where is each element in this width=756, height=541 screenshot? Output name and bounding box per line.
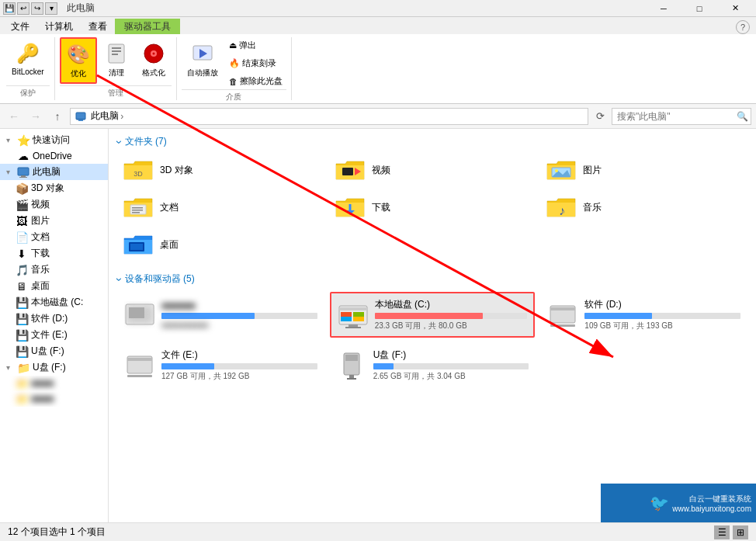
sidebar-item-file-e[interactable]: 💾 文件 (E:) [0,327,108,343]
sidebar-item-docs[interactable]: 📄 文档 [0,229,108,245]
sidebar-item-extra2[interactable]: 📁 ■■■■ [0,391,108,407]
folders-section-header[interactable]: 文件夹 (7) [118,135,747,148]
sidebar-label-thispc: 此电脑 [33,165,61,179]
devices-section-header[interactable]: 设备和驱动器 (5) [118,272,747,286]
drive-name-network: ■■■■■■ [161,300,317,311]
search-bar[interactable]: 🔍 [612,108,751,125]
bitlocker-button[interactable]: 🔑 BitLocker [6,37,50,80]
sidebar-item-3d[interactable]: 📦 3D 对象 [0,180,108,196]
sidebar-item-desktop[interactable]: 🖥 桌面 [0,278,108,294]
redo-icon[interactable]: ↪ [31,2,43,15]
ribbon-group-protect-label: 保护 [6,85,50,100]
folder-name-pictures: 图片 [583,164,602,177]
docs-icon: 📄 [16,231,28,244]
devices-section-title: 设备和驱动器 (5) [125,272,195,286]
address-bar[interactable]: 此电脑 › [70,108,588,125]
folder-item-music[interactable]: ♪ 音乐 [541,192,747,223]
drive-icon-network [124,301,155,329]
tab-file[interactable]: 文件 [3,19,37,34]
search-input[interactable] [617,111,733,122]
svg-rect-40 [353,317,364,321]
svg-rect-11 [77,119,85,120]
expand-icon-thispc: ▾ [6,168,14,176]
sidebar-label-downloads: 下载 [31,247,50,260]
drive-info-local-c: 本地磁盘 (C:) 23.3 GB 可用，共 80.0 GB [375,298,528,331]
tab-drive-tools[interactable]: 驱动器工具 [115,19,180,34]
search-icon: 🔍 [737,111,748,122]
drive-info-network: ■■■■■■ ■■■■■■■■■■ [161,300,317,329]
svg-rect-12 [18,168,29,175]
folder-f-icon: 📁 [17,362,29,374]
drive-name-local-c: 本地磁盘 (C:) [375,298,528,311]
eject-button[interactable]: ⏏ 弹出 [225,37,286,54]
sidebar-item-local-c[interactable]: 💾 本地磁盘 (C: [0,294,108,310]
tab-computer[interactable]: 计算机 [37,19,81,34]
format-button[interactable]: 格式化 [136,37,172,82]
svg-rect-9 [76,113,85,120]
minimize-button[interactable]: ─ [646,0,681,17]
sidebar-item-extra1[interactable]: 📁 ■■■■ [0,376,108,391]
folder-item-video[interactable]: 视频 [330,154,536,186]
help-button[interactable]: ? [736,20,750,34]
maximize-button[interactable]: □ [681,0,717,17]
video-icon: 🎬 [16,199,28,211]
optimize-button[interactable]: 🎨 优化 [60,37,97,84]
drive-bar-fill-network [161,313,255,319]
drive-item-file-e[interactable]: 文件 (E:) 127 GB 可用，共 192 GB [118,344,324,387]
folder-item-3d[interactable]: 3D 3D 对象 [118,154,324,186]
undo-icon[interactable]: ↩ [17,2,29,15]
status-bar: 12 个项目 选中 1 个项目 ☰ ⊞ [0,522,756,541]
sidebar-item-video[interactable]: 🎬 视频 [0,196,108,213]
up-button[interactable]: ↑ [48,107,67,126]
ribbon-group-manage: 🎨 优化 清理 [55,37,177,100]
computer-icon [17,166,29,179]
format-label: 格式化 [142,68,165,78]
sidebar-item-downloads[interactable]: ⬇ 下载 [0,245,108,262]
dropdown-icon[interactable]: ▾ [45,2,57,15]
sidebar-label-onedrive: OneDrive [33,151,72,161]
erase-disc-button[interactable]: 🗑 擦除此光盘 [225,73,286,89]
downloads-icon: ⬇ [16,248,28,260]
eject-icon: ⏏ [229,40,237,50]
autoplay-button[interactable]: 自动播放 [182,37,224,82]
drive-item-soft-d[interactable]: 软件 (D:) 109 GB 可用，共 193 GB [541,292,747,338]
folder-item-downloads[interactable]: 下载 [330,192,536,223]
sidebar-item-music[interactable]: 🎵 音乐 [0,262,108,278]
sidebar-item-onedrive[interactable]: ☁ OneDrive [0,148,108,164]
finish-burn-button[interactable]: 🔥 结束刻录 [225,55,286,71]
drive-item-usb-f[interactable]: U盘 (F:) 2.65 GB 可用，共 3.04 GB [330,344,536,387]
sidebar-item-usb-f[interactable]: 💾 U盘 (F:) [0,343,108,359]
drive-f-icon: 💾 [16,345,28,358]
forward-button[interactable]: → [26,107,45,126]
close-button[interactable]: ✕ [717,0,753,17]
sidebar-item-usb-f2[interactable]: ▾ 📁 U盘 (F:) [0,359,108,376]
cleanup-button[interactable]: 清理 [99,37,134,82]
tab-view[interactable]: 查看 [81,19,115,34]
sidebar-item-quick-access[interactable]: ▾ ⭐ 快速访问 [0,132,108,148]
quick-save-icon[interactable]: 💾 [3,2,16,15]
back-button[interactable]: ← [5,107,23,126]
folders-section-title: 文件夹 (7) [125,135,167,148]
folder-item-pictures[interactable]: 图片 [541,154,747,186]
folder-item-docs[interactable]: 文档 [118,192,324,223]
title-bar-left: 💾 ↩ ↪ ▾ 此电脑 [3,2,95,15]
address-thispc: 此电脑 [75,109,119,123]
sidebar-item-thispc[interactable]: ▾ 此电脑 [0,164,108,180]
drive-item-network[interactable]: ■■■■■■ ■■■■■■■■■■ [118,292,324,338]
svg-rect-32 [129,307,144,318]
svg-rect-10 [78,120,83,121]
sidebar-item-soft-d[interactable]: 💾 软件 (D:) [0,310,108,327]
folder-item-desktop[interactable]: 桌面 [118,229,324,260]
drive-bar-bg-file-e [161,363,317,369]
svg-rect-29 [130,244,143,250]
refresh-button[interactable]: ⟳ [591,108,609,125]
svg-rect-52 [345,355,358,361]
folder-name-docs: 文档 [160,201,179,214]
view-list-icon[interactable]: ☰ [714,525,730,539]
sidebar-label-desktop: 桌面 [31,279,50,293]
view-grid-icon[interactable]: ⊞ [733,525,748,539]
svg-text:3D: 3D [134,170,143,178]
sidebar-item-pictures[interactable]: 🖼 图片 [0,213,108,229]
drive-item-local-c[interactable]: 本地磁盘 (C:) 23.3 GB 可用，共 80.0 GB [330,292,536,338]
drive-bar-bg-soft-d [584,313,740,319]
